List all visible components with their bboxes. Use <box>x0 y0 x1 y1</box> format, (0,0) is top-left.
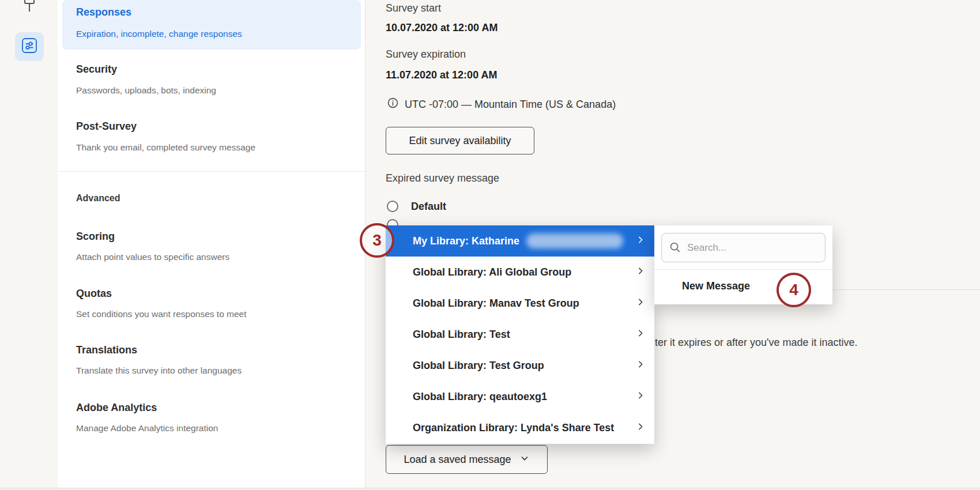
sidebar-item-post-survey-desc: Thank you email, completed survey messag… <box>76 142 255 153</box>
inactive-survey-note-fragment: ter it expires or after you've made it i… <box>655 337 858 349</box>
redacted-name-blur <box>526 233 623 248</box>
timezone-text: UTC -07:00 — Mountain Time (US & Canada) <box>405 99 616 111</box>
menu-item-qeautoexg1[interactable]: Global Library: qeautoexg1 <box>386 381 654 412</box>
chevron-down-icon <box>519 453 530 466</box>
settings-sidebar: Responses Expiration, incomplete, change… <box>58 0 365 488</box>
sidebar-item-responses[interactable]: Responses <box>76 6 131 18</box>
menu-item-test[interactable]: Global Library: Test <box>386 319 654 350</box>
chevron-right-icon <box>636 391 645 403</box>
survey-options-screen: Responses Expiration, incomplete, change… <box>0 0 980 490</box>
sidebar-item-translations-desc: Translate this survey into other languag… <box>76 365 242 376</box>
section-divider <box>832 289 980 290</box>
search-box <box>661 233 826 262</box>
sidebar-item-security-desc: Passwords, uploads, bots, indexing <box>76 85 216 96</box>
default-radio-label: Default <box>411 201 446 213</box>
chevron-right-icon <box>636 297 645 310</box>
sidebar-divider <box>58 171 365 172</box>
sidebar-item-adobe-analytics-desc: Manage Adobe Analytics integration <box>76 423 218 434</box>
info-icon <box>387 97 399 112</box>
sidebar-item-quotas[interactable]: Quotas <box>76 288 112 300</box>
library-dropdown-menu: My Library: Katharine Global Library: Al… <box>386 225 654 444</box>
sidebar-item-adobe-analytics[interactable]: Adobe Analytics <box>76 402 157 414</box>
menu-item-label: My Library: Katharine <box>413 235 519 247</box>
chevron-right-icon <box>636 329 645 341</box>
search-icon <box>669 241 681 256</box>
sidebar-item-responses-desc: Expiration, incomplete, change responses <box>76 29 242 39</box>
survey-builder-icon[interactable] <box>23 0 36 13</box>
sidebar-section-advanced: Advanced <box>76 193 120 203</box>
step-annotation-4: 4 <box>777 273 811 307</box>
chevron-right-icon <box>636 235 645 247</box>
step-annotation-3: 3 <box>360 223 394 258</box>
chevron-right-icon <box>636 422 645 434</box>
load-saved-message-label: Load a saved message <box>404 454 511 466</box>
survey-start-label: Survey start <box>386 2 441 14</box>
sidebar-item-post-survey[interactable]: Post-Survey <box>76 120 137 133</box>
survey-expiration-label: Survey expiration <box>386 48 466 61</box>
sidebar-item-scoring[interactable]: Scoring <box>76 231 115 243</box>
menu-item-ali-global-group[interactable]: Global Library: Ali Global Group <box>386 257 654 288</box>
survey-start-value: 10.07.2020 at 12:00 AM <box>386 22 497 34</box>
menu-item-label: Global Library: Test Group <box>413 360 544 372</box>
survey-expiration-value: 11.07.2020 at 12:00 AM <box>386 69 497 81</box>
chevron-right-icon <box>636 266 645 278</box>
sidebar-item-translations[interactable]: Translations <box>76 344 137 356</box>
load-saved-message-button[interactable]: Load a saved message <box>386 445 548 474</box>
menu-item-label: Global Library: Manav Test Group <box>413 297 579 310</box>
menu-item-lyndas-share-test[interactable]: Organization Library: Lynda's Share Test <box>386 412 654 443</box>
sidebar-item-security[interactable]: Security <box>76 63 117 76</box>
menu-item-label: Global Library: Test <box>413 329 510 341</box>
survey-options-icon <box>21 37 37 56</box>
menu-item-manav-test-group[interactable]: Global Library: Manav Test Group <box>386 288 654 319</box>
menu-item-label: Global Library: qeautoexg1 <box>413 391 547 403</box>
sidebar-item-quotas-desc: Set conditions you want responses to mee… <box>76 309 247 319</box>
menu-item-label: Global Library: Ali Global Group <box>413 266 571 278</box>
bottom-edge <box>0 488 980 490</box>
edit-survey-availability-button[interactable]: Edit survey availability <box>386 127 534 154</box>
menu-item-label: Organization Library: Lynda's Share Test <box>413 422 614 434</box>
expired-survey-message-label: Expired survey message <box>386 172 499 184</box>
menu-item-my-library[interactable]: My Library: Katharine <box>386 225 654 257</box>
default-radio[interactable] <box>387 201 398 212</box>
sidebar-item-scoring-desc: Attach point values to specific answers <box>76 252 229 262</box>
search-input[interactable] <box>661 233 826 262</box>
timezone-row: UTC -07:00 — Mountain Time (US & Canada) <box>387 97 616 112</box>
chevron-right-icon <box>636 360 645 372</box>
survey-options-tab[interactable] <box>15 32 44 61</box>
menu-item-test-group[interactable]: Global Library: Test Group <box>386 350 654 381</box>
